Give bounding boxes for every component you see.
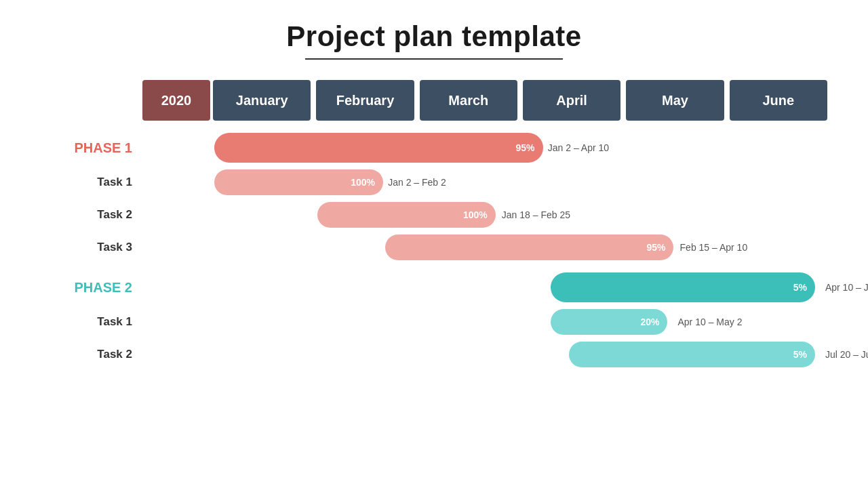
phase2-percent: 5% [793,282,807,293]
page: Project plan template 2020 January Febru… [0,0,868,488]
page-title: Project plan template [41,20,827,53]
header-january: January [213,80,311,121]
phase2-task2-bar: 5% [569,342,814,367]
phase1-task2-bar: 100% [317,202,496,228]
phase1-task2-date: Jan 18 – Feb 25 [502,209,570,220]
phase2-bar: 5% [551,272,815,302]
phase2-task2-label: Task 2 [41,348,142,361]
header-june: June [730,80,827,121]
phase2-task2-date: Jul 20 – Jun 10 [825,349,868,360]
phase1-task2-label: Task 2 [41,208,142,222]
phase1-task3-label: Task 3 [41,241,142,254]
phase2-task1-date: Apr 10 – May 2 [678,317,743,327]
phase1-date: Jan 2 – Apr 10 [548,142,609,153]
header-february: February [316,80,414,121]
phase1-task1-percent: 100% [351,177,375,188]
phase1-task1-date: Jan 2 – Feb 2 [388,177,446,188]
header-april: April [523,80,620,121]
title-underline [305,58,563,60]
phase1-percent: 95% [515,142,534,153]
phase2-task2-percent: 5% [793,349,807,360]
header-may: May [626,80,724,121]
phase2-task1-label: Task 1 [41,315,142,329]
header-march: March [420,80,517,121]
phase1-task1-bar: 100% [214,169,383,195]
phase1-label: PHASE 1 [41,140,142,156]
phase2-label: PHASE 2 [41,280,142,296]
title-section: Project plan template [41,20,827,60]
phase1-bar: 95% [214,133,543,163]
phase1-task1-label: Task 1 [41,176,142,189]
header-year: 2020 [142,80,210,121]
phase2-date: Apr 10 – Jun 10 [825,282,868,293]
phase1-task3-bar: 95% [385,235,674,260]
phase1-task3-date: Feb 15 – Apr 10 [680,242,748,253]
phase1-task3-percent: 95% [646,242,665,253]
phase1-task2-percent: 100% [463,209,488,220]
phase2-task1-bar: 20% [551,309,667,335]
phase2-task1-percent: 20% [640,317,659,327]
